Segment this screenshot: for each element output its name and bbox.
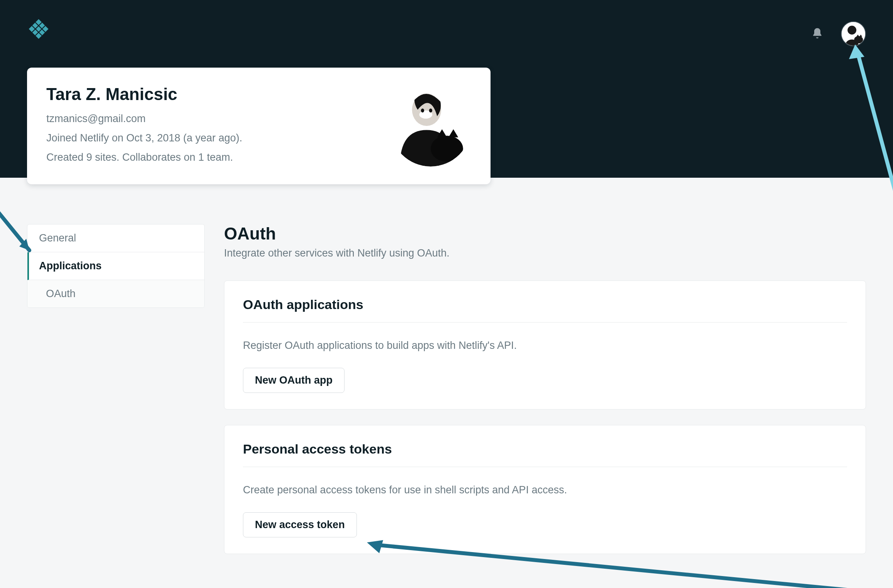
profile-name: Tara Z. Manicsic — [46, 85, 242, 104]
profile-stats: Created 9 sites. Collaborates on 1 team. — [46, 148, 242, 167]
user-avatar[interactable] — [841, 21, 866, 46]
notifications-icon[interactable] — [811, 27, 823, 41]
profile-picture — [390, 85, 471, 167]
svg-point-11 — [431, 136, 463, 161]
new-access-token-button[interactable]: New access token — [243, 512, 357, 537]
oauth-apps-panel: OAuth applications Register OAuth applic… — [224, 280, 866, 410]
main-content: OAuth Integrate other services with Netl… — [224, 224, 866, 569]
svg-point-14 — [429, 109, 432, 112]
topbar-right — [811, 21, 866, 46]
profile-joined: Joined Netlify on Oct 3, 2018 (a year ag… — [46, 129, 242, 148]
sidebar-subitem-oauth[interactable]: OAuth — [27, 280, 204, 308]
page-subtitle: Integrate other services with Netlify us… — [224, 247, 866, 259]
profile-card: Tara Z. Manicsic tzmanics@gmail.com Join… — [27, 68, 491, 184]
tokens-heading: Personal access tokens — [243, 442, 847, 467]
content-area: General Applications OAuth OAuth Integra… — [0, 178, 893, 569]
sidebar-subitem-label: OAuth — [46, 288, 76, 299]
topbar: Tara Z. Manicsic tzmanics@gmail.com Join… — [0, 0, 893, 178]
svg-rect-0 — [29, 19, 49, 39]
tokens-panel: Personal access tokens Create personal a… — [224, 425, 866, 554]
tokens-description: Create personal access tokens for use in… — [243, 484, 847, 496]
oauth-apps-description: Register OAuth applications to build app… — [243, 340, 847, 352]
sidebar-item-label: Applications — [39, 260, 102, 272]
sidebar-item-label: General — [39, 232, 76, 244]
sidebar-item-applications[interactable]: Applications — [27, 252, 204, 280]
svg-point-6 — [847, 26, 856, 35]
new-oauth-app-button[interactable]: New OAuth app — [243, 368, 345, 393]
netlify-logo[interactable] — [27, 15, 50, 42]
settings-sidebar: General Applications OAuth — [27, 224, 205, 308]
sidebar-item-general[interactable]: General — [27, 224, 204, 252]
oauth-apps-heading: OAuth applications — [243, 297, 847, 323]
svg-point-13 — [421, 109, 424, 112]
svg-point-7 — [854, 36, 863, 43]
profile-email: tzmanics@gmail.com — [46, 109, 242, 129]
page-title: OAuth — [224, 224, 866, 243]
profile-info: Tara Z. Manicsic tzmanics@gmail.com Join… — [46, 85, 242, 167]
